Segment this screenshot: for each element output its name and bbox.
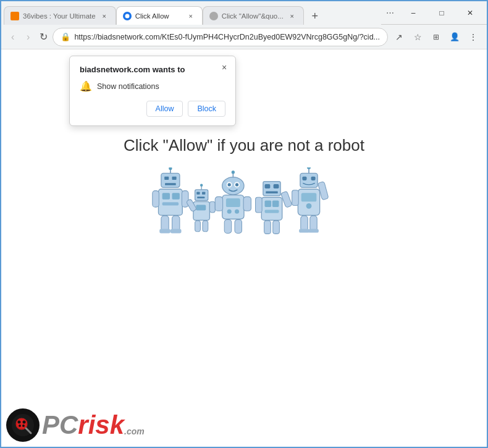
back-button[interactable]: ‹ [6, 28, 19, 46]
svg-rect-68 [301, 216, 308, 231]
svg-rect-50 [261, 197, 282, 220]
svg-rect-20 [196, 192, 200, 194]
svg-point-62 [307, 167, 311, 169]
svg-rect-49 [266, 192, 277, 194]
tab-36vibes[interactable]: 36vibes : Your Ultimate × [4, 6, 116, 25]
tab-click-allow-quot[interactable]: Click "Allow"&quo... × [203, 6, 304, 25]
popup-permission-text: Show notifications [97, 82, 159, 91]
tab-close-click-allow-quot[interactable]: × [287, 11, 297, 21]
pcrisk-text-block: PC risk .com [42, 412, 145, 438]
svg-rect-13 [153, 191, 159, 207]
svg-rect-16 [172, 216, 180, 231]
svg-rect-6 [165, 183, 176, 185]
svg-point-33 [228, 183, 231, 186]
menu-icon: ⋮ [469, 32, 477, 42]
svg-rect-54 [256, 197, 263, 213]
svg-rect-29 [195, 221, 201, 232]
menu-button[interactable]: ⋮ [465, 28, 482, 46]
allow-button[interactable]: Allow [146, 101, 183, 117]
pcrisk-risk-text: risk [78, 412, 124, 438]
robots-illustration [1, 167, 487, 248]
svg-rect-17 [159, 229, 170, 233]
svg-rect-26 [196, 205, 206, 211]
svg-point-24 [200, 184, 203, 187]
svg-rect-56 [264, 221, 271, 234]
svg-point-37 [232, 171, 235, 174]
tab-close-36vibes[interactable]: × [99, 11, 109, 21]
svg-rect-48 [274, 184, 279, 188]
svg-point-77 [19, 425, 21, 427]
svg-rect-57 [273, 221, 280, 234]
svg-rect-53 [265, 210, 279, 213]
new-tab-button[interactable]: + [306, 7, 324, 25]
popup-buttons: Allow Block [80, 101, 225, 117]
tab-title-click-allow: Click Allow [135, 12, 182, 20]
profile-button[interactable]: 👤 [446, 28, 463, 46]
window-close-button[interactable]: ✕ [456, 2, 484, 24]
window-maximize-button[interactable]: □ [427, 2, 456, 24]
svg-rect-46 [263, 182, 280, 196]
share-button[interactable]: ↗ [390, 28, 408, 46]
svg-rect-59 [302, 177, 306, 180]
window-minimize-button[interactable]: – [399, 2, 427, 24]
popup-title: biadsnetwork.com wants to [80, 65, 225, 74]
svg-rect-12 [162, 202, 179, 205]
popup-close-button[interactable]: × [218, 61, 230, 74]
page-content: × biadsnetwork.com wants to 🔔 Show notif… [1, 49, 487, 447]
svg-rect-39 [226, 198, 240, 207]
svg-rect-70 [299, 229, 309, 232]
tab-favicon-click-allow [123, 12, 132, 20]
svg-rect-14 [182, 191, 188, 207]
notification-popup: × biadsnetwork.com wants to 🔔 Show notif… [69, 56, 236, 126]
star-icon: ☆ [414, 32, 422, 42]
svg-point-40 [227, 209, 232, 214]
forward-button[interactable]: › [22, 28, 35, 46]
extensions-icon: ⊞ [433, 33, 439, 41]
pcrisk-dotcom-text: .com [124, 427, 145, 436]
svg-rect-18 [170, 229, 182, 233]
svg-rect-52 [272, 201, 279, 208]
block-button[interactable]: Block [188, 101, 225, 117]
extensions-button[interactable]: ⊞ [427, 28, 445, 46]
refresh-icon: ↻ [40, 31, 48, 43]
pcrisk-watermark: PC risk .com [6, 408, 145, 442]
url-text: https://biadsnetwork.com/KtEs0-fUymPH4CH… [74, 33, 380, 41]
tab-close-click-allow[interactable]: × [186, 11, 196, 21]
svg-rect-47 [265, 184, 271, 188]
svg-rect-51 [265, 201, 272, 208]
forward-icon: › [27, 32, 30, 43]
svg-point-65 [306, 203, 312, 209]
svg-rect-43 [243, 197, 251, 211]
pcrisk-pc-text: PC [42, 412, 78, 438]
svg-point-41 [235, 209, 239, 214]
refresh-button[interactable]: ↻ [37, 28, 50, 46]
bookmark-button[interactable]: ☆ [409, 28, 426, 46]
svg-rect-22 [197, 197, 204, 198]
tab-title-click-allow-quot: Click "Allow"&quo... [222, 12, 284, 20]
svg-point-8 [169, 167, 172, 170]
svg-rect-28 [209, 201, 215, 213]
svg-rect-15 [161, 216, 169, 231]
pcrisk-logo-circle [6, 408, 40, 442]
pcrisk-logo-svg [11, 413, 35, 437]
tab-click-allow[interactable]: Click Allow × [116, 6, 203, 25]
svg-rect-71 [308, 229, 319, 232]
svg-rect-69 [310, 216, 317, 231]
svg-point-2 [209, 12, 218, 20]
lock-icon: 🔒 [61, 32, 70, 41]
browser-window: 36vibes : Your Ultimate × Click Allow × … [0, 0, 488, 448]
nav-actions: ↗ ☆ ⊞ 👤 ⋮ [390, 28, 482, 46]
tab-title-36vibes: 36vibes : Your Ultimate [23, 12, 96, 20]
svg-rect-58 [300, 173, 318, 187]
svg-point-76 [23, 421, 26, 424]
svg-point-0 [12, 13, 18, 19]
tab-strip-menu[interactable]: ⋯ [384, 7, 397, 19]
profile-icon: 👤 [450, 32, 460, 41]
main-page-text: Click "Allow" if you are not a robot [1, 136, 487, 155]
svg-rect-64 [301, 193, 317, 201]
navigation-bar: ‹ › ↻ 🔒 https://biadsnetwork.com/KtEs0-f… [1, 25, 487, 49]
address-bar[interactable]: 🔒 https://biadsnetwork.com/KtEs0-fUymPH4… [53, 28, 388, 46]
tab-favicon-click-allow-quot [209, 12, 218, 20]
svg-rect-44 [224, 219, 231, 233]
tab-favicon-36vibes [11, 12, 19, 20]
